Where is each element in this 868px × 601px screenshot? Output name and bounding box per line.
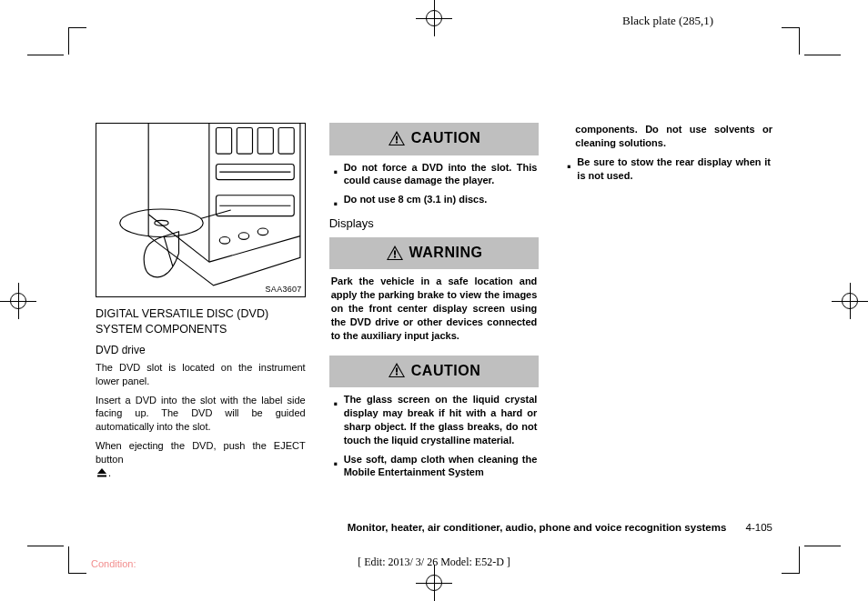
body-text: When ejecting the DVD, push the EJECT bu… (96, 439, 306, 482)
subsection-heading: DVD drive (96, 343, 306, 357)
crop-tick (804, 55, 841, 55)
crop-tick (804, 546, 841, 546)
caution-title: CAUTION (411, 128, 480, 148)
list-item: Do not use 8 cm (3.1 in) discs. (331, 193, 538, 206)
registration-mark (0, 283, 36, 319)
crop-tick (27, 55, 64, 55)
warning-header: WARNING (329, 237, 540, 270)
edit-metadata: [ Edit: 2013/ 3/ 26 Model: E52-D ] (358, 556, 510, 569)
page-footer: Monitor, heater, air conditioner, audio,… (96, 522, 772, 533)
svg-point-14 (238, 233, 248, 240)
footer-section-title: Monitor, heater, air conditioner, audio,… (348, 522, 727, 533)
crop-corner (782, 27, 800, 55)
column-1: SAA3607 DIGITAL VERSATILE DISC (DVD) SYS… (96, 123, 306, 515)
list-item: Be sure to stow the rear display when it… (564, 155, 771, 183)
column-2: CAUTION Do not force a DVD into the slot… (329, 123, 540, 515)
warning-triangle-icon (388, 362, 406, 378)
svg-point-11 (120, 209, 203, 236)
warning-title: WARNING (409, 243, 483, 263)
svg-rect-6 (278, 127, 294, 154)
dvd-illustration-icon (96, 124, 305, 296)
section-heading: DIGITAL VERSATILE DISC (DVD) SYSTEM COMP… (96, 306, 306, 337)
warning-text: Park the vehicle in a safe location and … (329, 275, 540, 342)
svg-point-15 (257, 228, 267, 235)
svg-rect-5 (257, 127, 273, 154)
eject-icon (96, 467, 108, 482)
crop-corner (68, 546, 86, 574)
plate-label: Black plate (285,1) (622, 14, 713, 28)
page-number: 4-105 (746, 522, 772, 533)
body-text-fragment: . (108, 467, 111, 478)
svg-line-2 (209, 236, 300, 263)
condition-label: Condition: (91, 558, 136, 569)
caution-list: The glass screen on the liquid crystal d… (329, 393, 540, 479)
registration-mark (832, 283, 868, 319)
svg-rect-20 (394, 255, 396, 257)
body-text: Insert a DVD into the slot with the labe… (96, 394, 306, 435)
warning-triangle-icon (388, 130, 406, 146)
page-content: SAA3607 DIGITAL VERSATILE DISC (DVD) SYS… (96, 123, 772, 515)
figure-code: SAA3607 (266, 284, 302, 295)
registration-mark (416, 565, 452, 601)
list-item: The glass screen on the liquid crystal d… (331, 393, 538, 446)
caution-list: Do not force a DVD into the slot. This c… (329, 161, 540, 207)
crop-tick (27, 546, 64, 546)
subsection-heading: Displays (329, 215, 540, 232)
caution-title: CAUTION (411, 361, 480, 381)
svg-rect-19 (394, 250, 396, 255)
svg-rect-16 (97, 475, 106, 476)
caution-header: CAUTION (329, 356, 540, 388)
svg-rect-18 (396, 141, 398, 143)
svg-rect-3 (216, 127, 231, 154)
caution-header: CAUTION (329, 123, 540, 155)
list-item: Use soft, damp cloth when cleaning the M… (331, 453, 538, 480)
crop-corner (782, 546, 800, 574)
warning-triangle-icon (386, 245, 404, 261)
svg-rect-17 (396, 135, 398, 140)
body-text-fragment: When ejecting the DVD, push the EJECT bu… (96, 440, 306, 465)
svg-rect-4 (237, 127, 252, 154)
column-3: components. Do not use solvents or clean… (562, 123, 772, 515)
caution-list: Be sure to stow the rear display when it… (562, 155, 772, 183)
crop-corner (68, 27, 86, 55)
dvd-slot-figure: SAA3607 (96, 123, 306, 297)
list-item: Do not force a DVD into the slot. This c… (331, 161, 538, 188)
list-item-continuation: components. Do not use solvents or clean… (562, 123, 772, 150)
svg-rect-21 (396, 368, 398, 373)
svg-rect-22 (396, 374, 398, 376)
svg-point-13 (219, 237, 229, 245)
registration-mark (416, 0, 452, 36)
body-text: The DVD slot is located on the instrumen… (96, 361, 306, 388)
